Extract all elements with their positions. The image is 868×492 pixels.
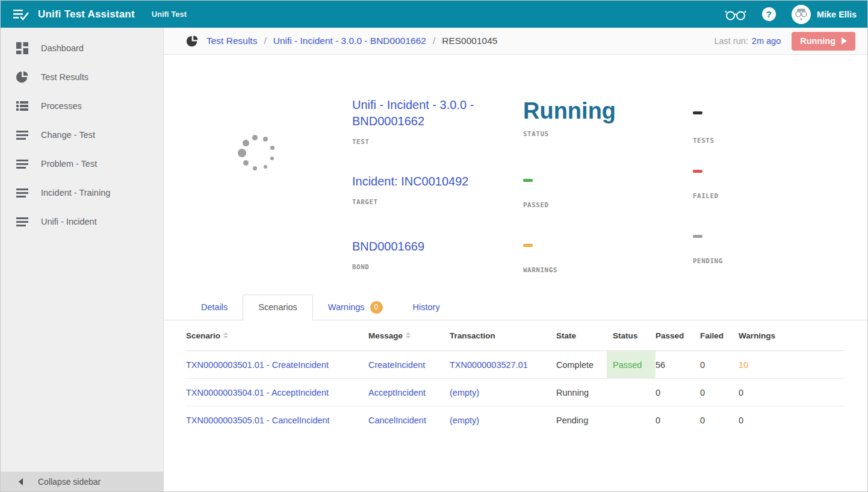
tab-scenarios[interactable]: Scenarios: [243, 294, 312, 320]
message-link[interactable]: AcceptIncident: [368, 388, 426, 397]
tests-dash: [693, 111, 702, 114]
tab-history[interactable]: History: [398, 294, 455, 320]
column-header-state: State: [556, 331, 613, 340]
scenario-link[interactable]: TXN0000003504.01 - AcceptIncident: [186, 388, 329, 397]
lines-icon: [16, 157, 29, 170]
status-label: STATUS: [523, 130, 693, 138]
column-header-status: Status: [613, 331, 656, 340]
table-row: TXN0000003504.01 - AcceptIncident Accept…: [186, 379, 845, 406]
warnings-count: 0: [739, 388, 845, 397]
target-group: Incident: INC0010492 TARGET: [352, 173, 523, 238]
sidebar-item-problem-test[interactable]: Problem - Test: [1, 149, 163, 178]
collapse-arrow-icon: [19, 478, 23, 485]
warnings-count: 10: [739, 360, 845, 370]
scenario-link[interactable]: TXN0000003505.01 - CancelIncident: [186, 416, 330, 425]
warnings-badge: 0: [370, 301, 383, 314]
passed-dash: [523, 179, 533, 182]
spinner-dot: [270, 146, 274, 150]
sidebar-item-label: Unifi - Incident: [41, 217, 97, 226]
sidebar-item-change-test[interactable]: Change - Test: [1, 120, 163, 149]
breadcrumb-separator: /: [264, 36, 266, 46]
transaction-link[interactable]: (empty): [450, 388, 479, 397]
tab-warnings[interactable]: Warnings 0: [313, 294, 398, 320]
sidebar-item-label: Incident - Training: [41, 188, 110, 198]
tests-group: TESTS: [693, 97, 867, 164]
tab-label: Scenarios: [258, 295, 297, 320]
sidebar-item-incident-training[interactable]: Incident - Training: [1, 178, 163, 207]
top-bar: Unifi Test Assistant Unifi Test ? Mike E…: [1, 1, 867, 28]
column-header-failed: Failed: [700, 331, 739, 340]
bond-link[interactable]: BND0001669: [352, 238, 523, 255]
target-link[interactable]: Incident: INC0010492: [352, 173, 523, 190]
warnings-label: WARNINGS: [523, 266, 693, 274]
column-header-label: State: [556, 331, 576, 340]
tab-bar: Details Scenarios Warnings 0 History: [164, 294, 867, 320]
column-header-label: Status: [613, 331, 637, 340]
tab-label: Details: [201, 294, 228, 320]
breadcrumb-test[interactable]: Unifi - Incident - 3.0.0 - BND0001662: [273, 36, 426, 46]
column-header-message[interactable]: Message: [368, 331, 450, 340]
column-header-warnings: Warnings: [739, 331, 845, 340]
pending-label: PENDING: [693, 257, 867, 265]
main-content: Test Results / Unifi - Incident - 3.0.0 …: [164, 28, 867, 491]
spinner-dot: [238, 149, 246, 157]
tab-label: Warnings: [328, 294, 365, 320]
last-run-value[interactable]: 2m ago: [752, 36, 781, 46]
column-header-label: Failed: [700, 331, 724, 340]
menu-check-icon[interactable]: [13, 8, 31, 21]
message-link[interactable]: CreateIncident: [368, 360, 425, 370]
pie-chart-icon: [186, 35, 199, 48]
column-header-label: Passed: [656, 331, 684, 340]
test-group: Unifi - Incident - 3.0.0 - BND0001662 TE…: [352, 97, 523, 173]
spinner-dot: [243, 160, 249, 166]
spinner-dot: [253, 166, 257, 170]
failed-count: 0: [700, 388, 739, 397]
sidebar-item-label: Test Results: [41, 72, 88, 82]
play-icon: [842, 37, 847, 45]
column-header-scenario[interactable]: Scenario: [186, 331, 368, 340]
passed-count: 0: [656, 416, 700, 425]
sidebar-item-test-results[interactable]: Test Results: [1, 63, 163, 92]
sort-icon: [406, 332, 411, 338]
column-header-transaction: Transaction: [450, 331, 556, 340]
glasses-icon[interactable]: [725, 7, 746, 22]
sidebar-item-unifi-incident[interactable]: Unifi - Incident: [1, 207, 163, 236]
sidebar-item-dashboard[interactable]: Dashboard: [1, 34, 163, 63]
sidebar-item-label: Change - Test: [41, 130, 95, 140]
sidebar-item-label: Dashboard: [41, 43, 84, 53]
user-name: Mike Ellis: [817, 10, 857, 19]
test-summary: Unifi - Incident - 3.0.0 - BND0001662 TE…: [164, 55, 867, 290]
help-icon[interactable]: ?: [762, 7, 776, 21]
passed-count: 56: [656, 360, 700, 370]
failed-label: FAILED: [693, 192, 867, 200]
transaction-link[interactable]: (empty): [450, 416, 479, 425]
collapse-sidebar-button[interactable]: Collapse sidebar: [1, 472, 163, 491]
running-button[interactable]: Running: [792, 32, 855, 51]
transaction-link[interactable]: TXN0000003527.01: [450, 360, 528, 370]
passed-label: PASSED: [523, 201, 693, 209]
tab-details[interactable]: Details: [186, 294, 243, 320]
state-cell: Running: [556, 388, 613, 397]
loading-spinner-icon: [236, 131, 279, 175]
test-link[interactable]: Unifi - Incident - 3.0.0 - BND0001662: [352, 97, 486, 129]
breadcrumb-test-results[interactable]: Test Results: [206, 36, 257, 46]
bond-group: BND0001669 BOND: [352, 238, 523, 271]
pending-dash: [693, 235, 702, 238]
sidebar-item-processes[interactable]: Processes: [1, 92, 163, 120]
user-menu[interactable]: Mike Ellis: [792, 5, 857, 24]
sidebar: Dashboard Test Results Processes Change …: [1, 28, 164, 491]
collapse-sidebar-label: Collapse sidebar: [38, 477, 101, 487]
passed-count: 0: [656, 388, 700, 397]
failed-count: 0: [700, 416, 739, 425]
tests-label: TESTS: [693, 137, 867, 145]
scenario-link[interactable]: TXN0000003501.01 - CreateIncident: [186, 360, 329, 370]
status-column: Running STATUS PASSED WARNINGS: [523, 97, 693, 290]
spinner-dot: [270, 157, 274, 160]
warnings-count: 0: [739, 416, 845, 425]
app-title: Unifi Test Assistant: [38, 8, 135, 20]
message-link[interactable]: CancelIncident: [368, 416, 426, 425]
state-cell: Pending: [556, 416, 613, 425]
column-header-label: Transaction: [450, 331, 495, 340]
lines-icon: [16, 128, 29, 142]
table-row: TXN0000003501.01 - CreateIncident Create…: [186, 351, 845, 379]
